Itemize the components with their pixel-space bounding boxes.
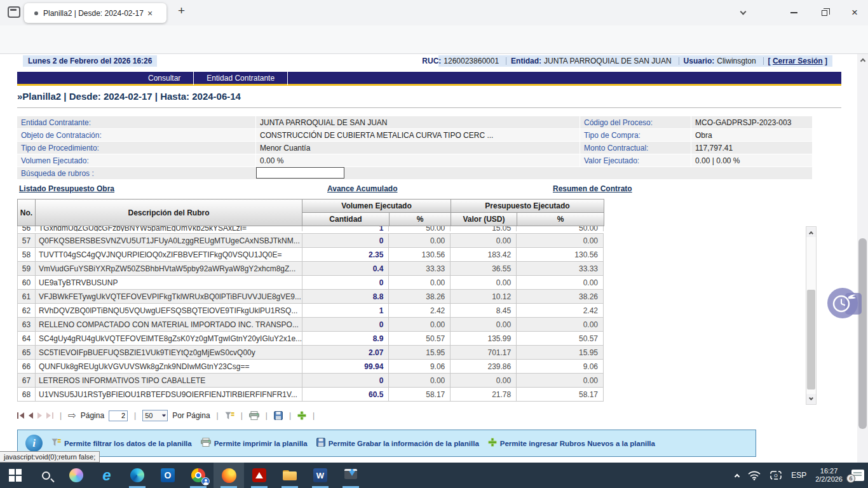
notification-center-icon[interactable]: 6 — [851, 470, 864, 481]
minimize-button[interactable] — [783, 5, 804, 20]
legend-item: Permite ingresar Rubros Nuevos a la plan… — [488, 438, 655, 449]
table-row[interactable]: 68U1VNSU5JU1RSTyBFIElOU1RBTEFDSU9OIERFIE… — [17, 388, 604, 402]
rubro-description: Q0FKQSBERSBESVNZVU5UT1JFUyA0LzggREUgMTUg… — [36, 234, 302, 247]
usuario-value: Cliwinsgton — [717, 57, 756, 65]
link-resumen-de-contrato[interactable]: Resumen de Contrato — [553, 184, 632, 193]
taskbar-chrome-button[interactable] — [183, 463, 214, 488]
first-page-button[interactable] — [17, 412, 24, 419]
table-row[interactable]: 63RELLENO COMPACTADO CON MATERIAL IMPORT… — [17, 318, 604, 332]
logout-link[interactable]: [ Cerrar Sesión ] — [768, 57, 827, 65]
volumen-pct-value: 15.95 — [389, 346, 451, 359]
taskbar-internet-explorer-button[interactable]: e — [92, 463, 122, 488]
per-page-label: Por Página — [172, 411, 210, 420]
print-icon[interactable] — [249, 411, 259, 420]
taskbar-edge-button[interactable] — [122, 463, 153, 488]
info-icon: i — [25, 435, 43, 452]
new-tab-button[interactable]: + — [178, 4, 185, 18]
tray-date: 2/2/2026 — [815, 475, 843, 483]
scroll-up-arrow-icon[interactable] — [806, 227, 816, 237]
add-rubro-icon[interactable] — [297, 411, 306, 420]
page-content: Lunes 2 de Febrero del 2026 16:26 RUC: 1… — [0, 54, 868, 463]
presupuesto-pct-value: 33.33 — [517, 262, 604, 275]
table-row[interactable]: 65SC5TIEVOIFpBUEFUQSBZIE1VUk9TIEYtQz0gMj… — [17, 346, 604, 360]
table-row[interactable]: 60UE9aTyBTRVBUSUNP00.000.000.00 — [17, 276, 604, 290]
legend-text: Permite filtrar los datos de la planilla — [64, 440, 192, 447]
rubro-search-input[interactable] — [256, 167, 344, 179]
filter-icon[interactable] — [225, 412, 234, 420]
link-listado-presupuesto-obra[interactable]: Listado Presupuesto Obra — [19, 184, 114, 193]
tab-list-chevron-icon[interactable] — [732, 5, 754, 20]
window-scrollbar-thumb[interactable] — [858, 238, 867, 429]
table-row[interactable]: 64SC4gUy4gRU4gUkVQTEFOVElMTE8gZsK0Yz0gMT… — [17, 332, 604, 346]
tab-close-icon[interactable]: × — [147, 8, 153, 18]
taskbar-copilot-button[interactable] — [61, 463, 92, 488]
row-number: 65 — [18, 346, 36, 359]
per-page-select[interactable]: 50 — [142, 410, 168, 421]
keyboard-language[interactable]: ESP — [791, 471, 806, 480]
info-label: Tipo de Procedimiento: — [17, 142, 255, 154]
table-row[interactable]: 56TGxhdmUgZGUgcGFzbyBNYW5pamEgUmVkb25kYS… — [17, 226, 604, 234]
floating-clock-widget[interactable] — [826, 288, 862, 320]
scroll-down-arrow-icon[interactable] — [806, 394, 816, 404]
taskbar-outlook-button[interactable]: O — [153, 463, 183, 488]
row-number: 67 — [18, 374, 36, 387]
window-scrollbar[interactable] — [857, 54, 868, 463]
link-avance-acumulado[interactable]: Avance Acumulado — [327, 184, 397, 193]
taskbar-installer-button[interactable] — [336, 463, 366, 488]
table-row[interactable]: 57Q0FKQSBERSBESVNZVU5UT1JFUyA0LzggREUgMT… — [17, 234, 604, 248]
info-label: Valor Ejecutado: — [580, 154, 691, 166]
page-number-input[interactable] — [109, 410, 128, 421]
table-row[interactable]: 67LETREROS INFORMATIVOS TIPO CABALLETE00… — [17, 374, 604, 388]
save-icon — [316, 438, 325, 449]
presupuesto-pct-value: 38.26 — [517, 290, 604, 303]
valor-usd-value: 701.17 — [451, 346, 517, 359]
previous-page-button[interactable] — [29, 412, 33, 419]
table-row[interactable]: 59VmVudGFuYSBiYXRpZW50ZSBhbHVtaW5pby92aW… — [17, 262, 604, 276]
info-value: 117,797.41 — [691, 142, 812, 154]
nav-item-entidad-contratante[interactable]: Entidad Contratante — [194, 71, 287, 85]
wifi-icon[interactable] — [748, 471, 761, 480]
system-tray: O ESP 16:27 2/2/2026 6 — [735, 463, 864, 488]
taskbar-acrobat-button[interactable] — [244, 463, 275, 488]
screen-share-icon[interactable]: O — [770, 470, 782, 480]
window-scroll-up-icon[interactable] — [857, 55, 868, 64]
cantidad-value: 2.07 — [302, 346, 390, 359]
taskbar-search-button[interactable] — [31, 463, 61, 488]
close-window-button[interactable]: × — [844, 5, 865, 20]
clock-datetime[interactable]: 16:27 2/2/2026 — [815, 467, 843, 484]
volumen-pct-value: 38.26 — [389, 290, 451, 303]
last-page-button[interactable] — [46, 412, 53, 419]
volumen-pct-value: 0.00 — [389, 276, 451, 289]
table-scrollbar[interactable] — [806, 226, 817, 405]
table-row[interactable]: 66QUNFUk8gREUgUkVGVUVSWk8gZnk9NDIwMGtnY2… — [17, 360, 604, 374]
volumen-pct-value: 9.06 — [389, 360, 451, 373]
table-row[interactable]: 58TUVTT04gSC4gQVJNQURPIElOQ0xZIFBBVEFTIF… — [17, 248, 604, 262]
firefox-icon — [222, 468, 236, 483]
browser-tab[interactable]: Planilla2 | Desde: 2024-02-17 | H × — [24, 3, 166, 23]
firefox-view-icon[interactable] — [8, 6, 20, 18]
pagination-bar: | ⇨ Página | 50 Por Página | | | | | — [17, 409, 316, 423]
table-scrollbar-thumb[interactable] — [807, 290, 815, 390]
taskbar-file-explorer-button[interactable] — [275, 463, 305, 488]
cantidad-value: 0.4 — [302, 262, 390, 275]
start-button[interactable] — [0, 463, 31, 488]
nav-item-consultar[interactable]: Consultar — [135, 71, 193, 85]
taskbar-word-button[interactable]: W — [305, 463, 336, 488]
restore-button[interactable] — [813, 5, 835, 20]
save-icon[interactable] — [274, 411, 283, 420]
valor-usd-value: 239.86 — [451, 360, 517, 373]
table-row[interactable]: 62RVhDQVZBQ0lPTiBNQU5VQUwgUEFSQSBQTElOVE… — [17, 304, 604, 318]
valor-usd-value: 10.12 — [451, 290, 517, 303]
volumen-pct-value: 0.00 — [389, 234, 451, 247]
volumen-pct-value: 0.00 — [389, 374, 451, 387]
rubro-description: VFJBWkFETywgUkVQTEFOVEVPIFkgTklWRUxBQ0lP… — [36, 290, 302, 303]
table-row[interactable]: 61VFJBWkFETywgUkVQTEFOVEVPIFkgTklWRUxBQ0… — [17, 290, 604, 304]
cantidad-value: 1 — [302, 226, 390, 231]
volumen-pct-value: 2.42 — [389, 304, 451, 317]
go-to-page-arrow-icon[interactable]: ⇨ — [68, 410, 76, 421]
valor-usd-value: 0.00 — [451, 234, 517, 247]
next-page-button[interactable] — [37, 412, 42, 419]
taskbar-firefox-button[interactable] — [214, 463, 244, 488]
tray-chevron-up-icon[interactable] — [735, 472, 739, 478]
tab-strip: Planilla2 | Desde: 2024-02-17 | H × + × — [0, 0, 868, 25]
